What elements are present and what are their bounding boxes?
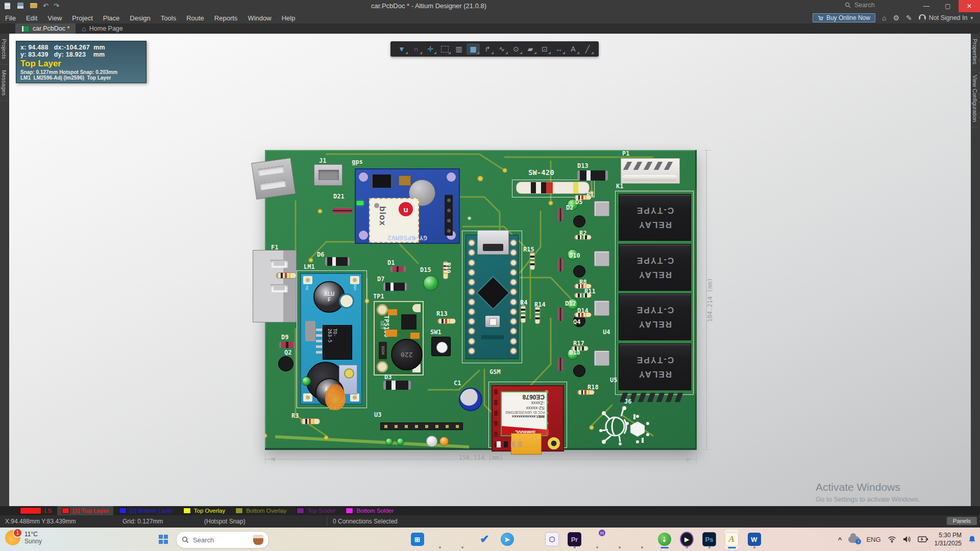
redo-icon[interactable]: ↷ [54, 2, 59, 10]
title-bar[interactable]: ↶ ↷ car.PcbDoc * - Altium Designer (21.0… [0, 0, 980, 12]
document-icon[interactable] [3, 2, 11, 10]
winrar-icon[interactable] [612, 530, 626, 549]
photoshop-icon[interactable]: Ps [702, 530, 716, 549]
led-d15[interactable] [423, 276, 438, 291]
menu-item[interactable]: Project [67, 13, 97, 23]
diode-row4[interactable] [558, 358, 563, 371]
edge-icon[interactable] [433, 530, 447, 549]
sw420-sensor[interactable] [516, 182, 590, 194]
close-button[interactable]: ✕ [959, 0, 980, 12]
volume-icon[interactable] [903, 536, 911, 543]
polygon-pour-icon[interactable]: ▰ [524, 43, 537, 55]
right-panel-tab[interactable]: Properties [971, 34, 979, 70]
pcb-editor-canvas[interactable]: x: 94.488 dx:-104.267 mm y: 83.439 dy: 1… [9, 34, 971, 506]
tp5100-module[interactable]: SET TP5100 SS34 220 [374, 301, 424, 375]
panels-button[interactable]: Panels [947, 517, 977, 525]
transistor-q2r[interactable] [573, 265, 585, 278]
diode-d13[interactable] [577, 170, 608, 181]
resistor-r14[interactable] [535, 306, 541, 324]
arduino-nano[interactable] [465, 235, 519, 359]
gsm-sim800l-module[interactable]: CE0678 -Zxxxx S2-xxxxx FCC ID: UDV-20130… [492, 385, 564, 452]
diode-d7[interactable] [383, 283, 407, 291]
battery-icon[interactable] [918, 536, 928, 542]
menu-item[interactable]: View [42, 13, 67, 23]
resistor-r3[interactable] [301, 418, 320, 424]
relay-k4[interactable]: C-TYPERELAY [619, 343, 691, 390]
menu-item[interactable]: Help [277, 13, 301, 23]
layer-tab[interactable]: Top Solder [292, 506, 340, 515]
taskbar-search[interactable]: Search [176, 531, 269, 548]
chrome-profile-icon[interactable]: H [590, 530, 604, 549]
layer-tab[interactable]: Top Overlay [179, 506, 230, 515]
resistor-r13[interactable] [437, 318, 456, 324]
transistor-q4[interactable] [573, 365, 585, 377]
tune-length-icon[interactable]: ∿ [495, 43, 508, 55]
route-icon[interactable]: ↱ [481, 43, 494, 55]
optocoupler-2[interactable] [594, 251, 609, 266]
via-icon[interactable]: ⊙ [509, 43, 523, 55]
menu-item[interactable]: File [0, 13, 21, 23]
diode-d12[interactable] [558, 258, 563, 271]
resistor-r4[interactable] [521, 305, 526, 323]
settings-gear-icon[interactable]: ⚙ [893, 14, 899, 21]
save-icon[interactable] [16, 2, 24, 10]
start-button[interactable] [156, 532, 171, 547]
chrome-icon[interactable] [455, 530, 469, 549]
tab-car-pcbdoc[interactable]: car.PcbDoc * [15, 23, 76, 34]
layer-stack-icon[interactable]: ▥ [452, 43, 465, 55]
altium-icon[interactable]: A [725, 530, 739, 549]
task-view-icon[interactable] [343, 530, 357, 549]
language-indicator[interactable]: ENG [866, 536, 880, 543]
transistor-q1[interactable] [573, 215, 585, 228]
optocoupler-u4[interactable] [594, 300, 609, 316]
layer-tab[interactable]: LS [15, 506, 56, 515]
menu-item[interactable]: Tools [156, 13, 181, 23]
open-folder-icon[interactable] [30, 2, 38, 10]
menu-item[interactable]: Edit [21, 13, 42, 23]
relay-k2[interactable]: C-TYPERELAY [619, 244, 691, 291]
word-icon[interactable]: W [747, 530, 761, 549]
diode-d2[interactable] [558, 208, 563, 221]
relay-k3[interactable]: C-TYPERELAY [619, 293, 691, 340]
buy-online-button[interactable]: Buy Online Now [813, 13, 875, 22]
maximize-button[interactable]: ▢ [937, 0, 959, 12]
left-panel-tab[interactable]: Messages [0, 65, 8, 101]
diode-row3[interactable] [558, 308, 563, 321]
line-icon[interactable]: ╱ [581, 43, 594, 55]
optocoupler-1[interactable] [594, 201, 609, 216]
connector-j4[interactable] [251, 158, 296, 199]
microsoft-store-icon[interactable]: ⊞ [410, 530, 424, 549]
transistor-q2[interactable] [278, 356, 293, 371]
onedrive-icon[interactable]: ! [848, 536, 860, 543]
connector-u3[interactable] [380, 422, 463, 430]
idm-icon[interactable]: ⇣ [657, 530, 671, 549]
layer-tab[interactable]: [1] Top Layer [57, 506, 113, 515]
todo-icon[interactable]: ✔ [478, 530, 492, 549]
home-icon[interactable]: ⌂ [882, 14, 886, 21]
menu-item[interactable]: Design [125, 13, 155, 23]
left-panel-tab[interactable]: Projects [0, 34, 8, 65]
fuse-f1[interactable] [253, 250, 297, 322]
menu-item[interactable]: Window [242, 13, 276, 23]
menu-item[interactable]: Reports [209, 13, 243, 23]
tab-home-page[interactable]: ⌂ Home Page [76, 23, 129, 34]
optocoupler-u5[interactable] [594, 350, 609, 366]
led-bar[interactable] [382, 435, 459, 447]
minimize-button[interactable]: — [916, 0, 937, 12]
right-panel-tab[interactable]: View Configuration [971, 70, 979, 128]
move-tool-icon[interactable]: ✛ [424, 43, 437, 55]
clock[interactable]: 5:30 PM 1/31/2025 [935, 531, 962, 547]
layer-tab[interactable]: Bottom Solder [341, 506, 398, 515]
diode-d6[interactable] [325, 257, 350, 266]
layer-tab[interactable]: [2] Bottom Layer [114, 506, 177, 515]
pcb-board[interactable]: u blox ® GY-GPS6MV2 C-T [265, 150, 697, 450]
menu-item[interactable]: Place [98, 13, 125, 23]
diode-d21[interactable] [333, 208, 352, 214]
diode-d1[interactable] [390, 266, 406, 272]
measure-icon[interactable]: ⊡ [538, 43, 551, 55]
diode-d9[interactable] [279, 342, 296, 348]
relay-k1[interactable]: C-TYPERELAY [619, 194, 691, 241]
diode-d3[interactable] [383, 381, 411, 390]
notification-bell-icon[interactable] [968, 535, 976, 543]
dimension-icon[interactable]: ↔ [552, 43, 566, 55]
